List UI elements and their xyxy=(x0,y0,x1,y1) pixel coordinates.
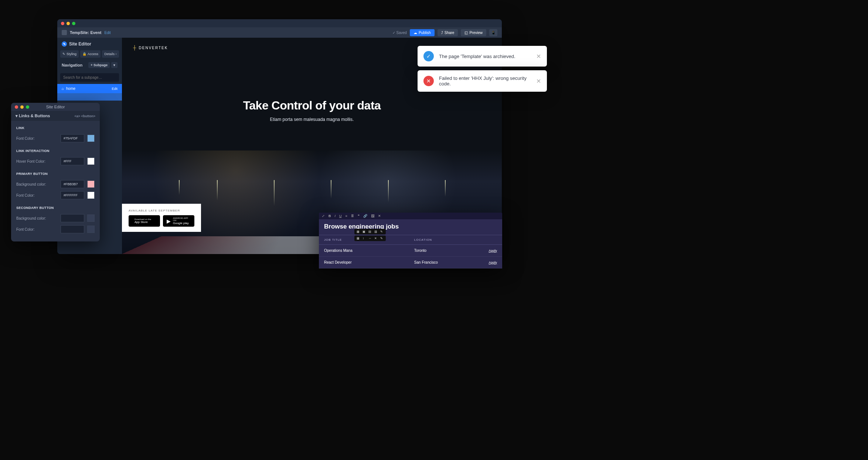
primary-font-color-label: Font Color: xyxy=(16,193,58,197)
subpage-menu-button[interactable]: ▾ xyxy=(111,62,118,68)
col-apply xyxy=(479,238,497,241)
jobs-table-header: JOB TITLE LOCATION xyxy=(319,235,502,245)
secondary-bg-color-swatch[interactable] xyxy=(87,214,95,222)
group-link-label: LINK xyxy=(11,121,100,133)
app-header: TempSite: Event Edit Saved ☁ Publish ⤴ S… xyxy=(57,27,502,38)
minimize-window-icon[interactable] xyxy=(67,22,70,25)
hero-title: Take Control of your data xyxy=(122,99,502,112)
primary-font-color-input[interactable] xyxy=(61,191,84,199)
tab-details[interactable]: Details › xyxy=(102,50,119,58)
toast-message: Failed to enter 'HHX July': wrong securi… xyxy=(439,75,531,87)
maximize-window-icon[interactable] xyxy=(26,105,29,109)
apply-link[interactable]: Apply xyxy=(479,261,497,264)
table-tool-icon[interactable]: ▣ xyxy=(362,230,366,233)
toast-error: ✕ Failed to enter 'HHX July': wrong secu… xyxy=(418,70,547,92)
group-secondary-button-label: SECONDARY BUTTON xyxy=(11,201,100,213)
hover-font-color-label: Hover Font Color: xyxy=(16,159,58,163)
secondary-font-color-swatch[interactable] xyxy=(87,226,95,233)
publish-button[interactable]: ☁ Publish xyxy=(410,29,435,36)
google-play-icon: ▶ xyxy=(167,218,171,224)
apply-link[interactable]: Apply xyxy=(479,249,497,253)
panel-section-header[interactable]: ▾ Links & Buttons <a> <button> xyxy=(11,111,100,121)
publish-button-label: Publish xyxy=(419,31,431,35)
hover-font-color-swatch[interactable] xyxy=(87,158,95,165)
quote-icon[interactable]: ❝ xyxy=(358,214,360,218)
share-button[interactable]: ⤴ Share xyxy=(438,29,458,36)
edit-site-link[interactable]: Edit xyxy=(104,31,110,35)
link-icon[interactable]: 🔗 xyxy=(363,214,367,218)
close-icon[interactable]: ✕ xyxy=(536,78,541,85)
app-store-badge[interactable]: Download on theApp Store xyxy=(129,215,160,227)
edit-page-link[interactable]: Edit xyxy=(112,87,118,91)
close-window-icon[interactable] xyxy=(15,105,18,109)
tab-access[interactable]: 🔒 Access xyxy=(80,50,101,58)
underline-icon[interactable]: U xyxy=(339,214,342,218)
secondary-bg-color-label: Background color: xyxy=(16,216,58,220)
minimize-window-icon[interactable] xyxy=(20,105,24,109)
image-icon[interactable]: 🖼 xyxy=(371,214,374,218)
jobs-panel-title[interactable]: Browse engineering jobs xyxy=(319,219,502,235)
preview-button[interactable]: ◱ Preview xyxy=(461,29,486,36)
share-button-label: Share xyxy=(445,31,455,35)
maximize-window-icon[interactable] xyxy=(72,22,75,25)
panel-section-title: Links & Buttons xyxy=(19,114,50,118)
table-tool-icon[interactable]: ▤ xyxy=(368,230,372,233)
close-window-icon[interactable] xyxy=(61,22,64,25)
primary-bg-color-swatch[interactable] xyxy=(87,180,95,188)
clear-icon[interactable]: ✕ xyxy=(378,214,381,218)
table-tool-icon[interactable]: ▥ xyxy=(374,230,378,233)
google-play-badge[interactable]: ▶ ANDROID APP ONGoogle play xyxy=(163,215,194,227)
secondary-font-color-input[interactable] xyxy=(61,225,84,233)
preview-button-label: Preview xyxy=(469,31,483,35)
jobs-editor-panel: ⤢ B I U ≡ ≣ ❝ 🔗 🖼 ✕ Browse engineering j… xyxy=(319,213,502,268)
table-tool-icon[interactable]: ▦ xyxy=(357,230,360,233)
tab-styling[interactable]: ✎ Styling xyxy=(60,50,79,58)
link-font-color-swatch[interactable] xyxy=(87,135,95,142)
sidebar-item-home[interactable]: ⌂ home Edit xyxy=(57,84,122,93)
hover-font-color-row: Hover Font Color: xyxy=(11,156,100,167)
link-font-color-row: Font Color: xyxy=(11,133,100,144)
primary-font-color-swatch[interactable] xyxy=(87,192,95,199)
table-tool-icon[interactable]: ▦ xyxy=(357,237,360,240)
align-icon[interactable]: ≡ xyxy=(346,214,347,218)
home-icon: ⌂ xyxy=(62,87,64,91)
subpage-search-input[interactable] xyxy=(60,73,119,82)
mobile-preview-button[interactable]: 📱 xyxy=(489,29,497,36)
style-panel-window: Site Editor ▾ Links & Buttons <a> <butto… xyxy=(11,103,100,241)
col-location: LOCATION xyxy=(414,238,479,241)
brand-logo: DENVERTEK xyxy=(133,45,168,50)
table-tool-icon[interactable]: ✕ xyxy=(374,237,378,240)
group-primary-button-label: PRIMARY BUTTON xyxy=(11,167,100,179)
table-row[interactable]: Operations Mana Toronto Apply xyxy=(319,245,502,257)
panel-titlebar: Site Editor xyxy=(11,103,100,111)
italic-icon[interactable]: I xyxy=(335,214,336,218)
app-badges-block: AVAILABLE LATE SEPTEMBER Download on the… xyxy=(122,204,201,232)
site-name: TempSite: Event xyxy=(70,30,101,35)
table-row[interactable]: React Developer San Francisco Apply xyxy=(319,257,502,268)
close-icon[interactable]: ✕ xyxy=(536,53,541,60)
list-icon[interactable]: ≣ xyxy=(351,214,354,218)
table-tool-icon[interactable]: ↕ xyxy=(362,237,366,240)
add-subpage-button[interactable]: + Subpage xyxy=(88,62,110,68)
job-title-cell: Operations Mana xyxy=(324,248,414,253)
pencil-icon: ✎ xyxy=(62,41,67,47)
link-font-color-input[interactable] xyxy=(61,134,84,142)
toolbar-expand-icon[interactable]: ⤢ xyxy=(322,214,325,218)
panel-window-title: Site Editor xyxy=(46,105,65,109)
check-icon: ✓ xyxy=(423,51,434,61)
primary-bg-color-row: Background color: xyxy=(11,179,100,190)
secondary-bg-color-input[interactable] xyxy=(61,214,84,222)
bold-icon[interactable]: B xyxy=(329,214,331,218)
app-logo-icon xyxy=(62,30,67,35)
sidebar-title: Site Editor xyxy=(69,41,91,47)
sidebar-item-sub[interactable] xyxy=(57,93,122,101)
table-tool-icon[interactable]: ✎ xyxy=(380,230,384,233)
table-tool-icon[interactable]: ↔ xyxy=(368,237,372,240)
primary-bg-color-label: Background color: xyxy=(16,182,58,186)
table-tool-icon[interactable]: ✎ xyxy=(380,237,384,240)
hover-font-color-input[interactable] xyxy=(61,157,84,165)
main-titlebar xyxy=(57,19,502,27)
header-actions: Saved ☁ Publish ⤴ Share ◱ Preview 📱 xyxy=(392,29,497,36)
primary-bg-color-input[interactable] xyxy=(61,180,84,188)
hero-subtitle: Etiam porta sem malesuada magna mollis. xyxy=(122,117,502,122)
